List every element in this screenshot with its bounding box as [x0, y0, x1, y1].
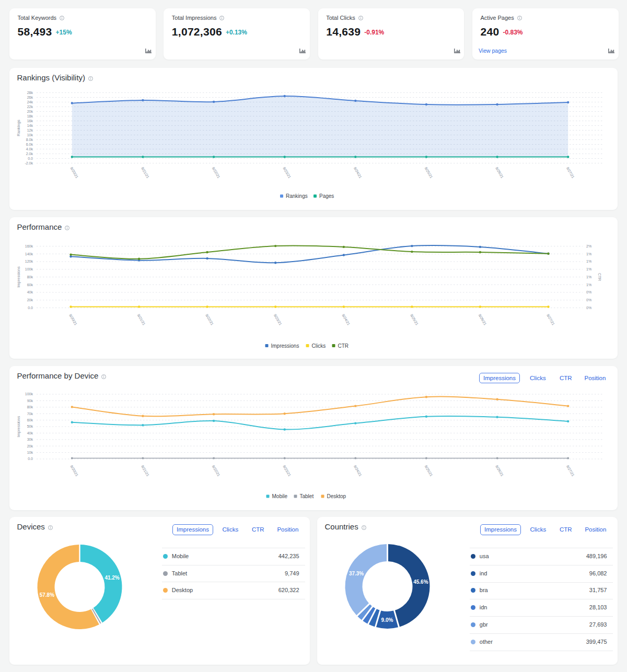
- svg-text:20k: 20k: [27, 298, 33, 302]
- svg-text:80k: 80k: [27, 405, 33, 409]
- svg-text:8/26/21: 8/26/21: [495, 465, 504, 477]
- svg-text:8/22/21: 8/22/21: [212, 166, 221, 179]
- svg-text:40k: 40k: [27, 431, 33, 435]
- svg-text:8/22/21: 8/22/21: [205, 313, 214, 326]
- svg-text:60k: 60k: [27, 282, 33, 286]
- svg-text:40k: 40k: [27, 290, 33, 294]
- svg-text:1%: 1%: [586, 267, 591, 271]
- svg-text:Pages: Pages: [319, 193, 334, 199]
- svg-text:8/23/21: 8/23/21: [273, 313, 283, 326]
- svg-text:140k: 140k: [25, 252, 33, 255]
- svg-text:8/21/21: 8/21/21: [141, 465, 150, 477]
- svg-text:Clicks: Clicks: [312, 343, 326, 348]
- svg-text:Tablet: Tablet: [300, 493, 314, 499]
- svg-text:0.0: 0.0: [28, 156, 33, 160]
- svg-text:80k: 80k: [27, 275, 33, 278]
- svg-text:14k: 14k: [27, 123, 33, 127]
- svg-text:8/25/21: 8/25/21: [424, 465, 434, 477]
- svg-text:8/27/21: 8/27/21: [566, 465, 575, 477]
- svg-text:9.0%: 9.0%: [381, 617, 393, 623]
- svg-text:Impressions: Impressions: [16, 266, 21, 288]
- svg-text:0%: 0%: [586, 305, 591, 309]
- svg-text:30k: 30k: [27, 438, 33, 441]
- svg-text:0.0: 0.0: [28, 305, 33, 309]
- svg-text:160k: 160k: [25, 244, 33, 247]
- svg-text:60k: 60k: [27, 418, 33, 422]
- svg-text:12k: 12k: [27, 128, 33, 132]
- svg-text:28k: 28k: [27, 90, 33, 94]
- svg-text:100k: 100k: [25, 267, 33, 271]
- svg-text:8/20/21: 8/20/21: [69, 465, 79, 477]
- svg-text:8/25/21: 8/25/21: [410, 313, 419, 326]
- svg-text:Mobile: Mobile: [272, 493, 288, 499]
- svg-text:CTR: CTR: [338, 343, 349, 348]
- svg-text:2%: 2%: [586, 244, 591, 247]
- svg-text:Impressions: Impressions: [16, 416, 21, 438]
- svg-text:-2.0k: -2.0k: [25, 161, 33, 164]
- svg-text:41.2%: 41.2%: [104, 575, 119, 581]
- svg-text:0%: 0%: [586, 298, 591, 302]
- svg-text:100k: 100k: [25, 392, 33, 396]
- svg-text:8/24/21: 8/24/21: [353, 465, 363, 477]
- svg-text:10k: 10k: [27, 133, 33, 136]
- svg-text:22k: 22k: [27, 104, 33, 108]
- svg-text:8/24/21: 8/24/21: [353, 166, 363, 179]
- svg-text:50k: 50k: [27, 425, 33, 428]
- svg-text:8/21/21: 8/21/21: [141, 166, 150, 179]
- svg-text:1%: 1%: [586, 260, 591, 263]
- svg-text:8/24/21: 8/24/21: [341, 313, 351, 326]
- svg-text:1%: 1%: [586, 252, 591, 255]
- svg-text:16k: 16k: [27, 119, 33, 122]
- svg-text:0.0: 0.0: [28, 457, 33, 461]
- svg-text:8/27/21: 8/27/21: [546, 313, 555, 326]
- svg-text:Impressions: Impressions: [271, 343, 299, 348]
- svg-text:24k: 24k: [27, 100, 33, 103]
- svg-text:8/26/21: 8/26/21: [478, 313, 487, 326]
- svg-text:57.8%: 57.8%: [40, 592, 54, 598]
- svg-text:8/25/21: 8/25/21: [424, 166, 434, 179]
- svg-text:45.6%: 45.6%: [413, 579, 428, 585]
- svg-text:8/27/21: 8/27/21: [566, 166, 575, 179]
- svg-text:2.0k: 2.0k: [26, 151, 33, 155]
- svg-text:Rankings: Rankings: [16, 120, 21, 136]
- svg-text:8/26/21: 8/26/21: [495, 166, 504, 179]
- svg-text:37.3%: 37.3%: [349, 571, 364, 576]
- svg-text:0%: 0%: [586, 290, 591, 294]
- svg-text:18k: 18k: [27, 114, 33, 117]
- svg-text:8/23/21: 8/23/21: [282, 465, 292, 477]
- svg-text:70k: 70k: [27, 412, 33, 416]
- svg-text:1%: 1%: [586, 282, 591, 286]
- svg-text:8/20/21: 8/20/21: [69, 166, 79, 179]
- svg-text:4.0k: 4.0k: [26, 147, 33, 150]
- svg-text:20k: 20k: [27, 444, 33, 448]
- svg-text:20k: 20k: [27, 109, 33, 113]
- svg-text:8/22/21: 8/22/21: [212, 465, 221, 477]
- svg-text:6.0k: 6.0k: [26, 142, 33, 146]
- svg-text:10k: 10k: [27, 451, 33, 454]
- svg-text:8/21/21: 8/21/21: [137, 313, 146, 326]
- svg-text:CTR: CTR: [597, 273, 602, 281]
- svg-text:90k: 90k: [27, 399, 33, 403]
- svg-text:Desktop: Desktop: [327, 493, 346, 499]
- svg-text:8/20/21: 8/20/21: [68, 313, 78, 326]
- svg-text:26k: 26k: [27, 95, 33, 99]
- svg-text:1%: 1%: [586, 275, 591, 278]
- svg-text:8/23/21: 8/23/21: [282, 166, 292, 179]
- svg-text:120k: 120k: [25, 260, 33, 263]
- svg-text:8.0k: 8.0k: [26, 137, 33, 141]
- svg-text:Rankings: Rankings: [286, 193, 308, 199]
